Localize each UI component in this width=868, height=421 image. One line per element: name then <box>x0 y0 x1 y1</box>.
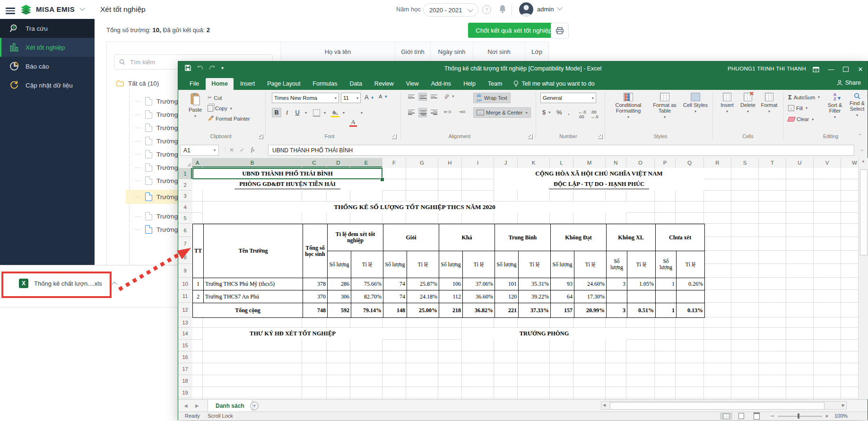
formula-input[interactable]: UBND THÀNH PHỐ THÁI BÌNH <box>268 145 854 156</box>
italic-button[interactable]: I <box>282 108 292 117</box>
orientation-button[interactable]: ab <box>444 94 454 99</box>
ribbon-tab-help[interactable]: Help <box>458 78 481 90</box>
column-header-C[interactable]: C <box>302 158 327 167</box>
underline-button[interactable]: U <box>293 108 302 117</box>
stats-cell[interactable]: 37.06% <box>463 278 495 290</box>
row-header-17[interactable]: 17 <box>178 363 192 375</box>
stats-table[interactable]: TTTên TrườngTổng số học sinhTỉ lệ đem xé… <box>192 224 705 318</box>
stats-cell[interactable]: Trường THCS Phú Mỹ (thcs5) <box>204 278 303 290</box>
stats-header[interactable]: Tổng số học sinh <box>303 224 328 278</box>
hscroll-right-icon[interactable]: ▶ <box>842 403 845 407</box>
stats-cell[interactable]: 17.30% <box>574 290 607 303</box>
stats-cell[interactable]: 20.99% <box>574 303 607 318</box>
row-header-9[interactable]: 9 <box>178 264 192 278</box>
percent-button[interactable]: % <box>556 109 562 116</box>
format-cells-button[interactable]: Format▾ <box>759 93 780 114</box>
scroll-up-icon[interactable]: ▲ <box>859 159 868 163</box>
number-dialog-launcher[interactable] <box>598 134 603 139</box>
stats-cell[interactable]: 79.14% <box>351 303 383 318</box>
stats-cell[interactable] <box>656 290 677 303</box>
sidebar-item-cập-nhật-dữ-liệu[interactable]: Cập nhật dữ liệu <box>0 76 95 95</box>
fill-color-button[interactable] <box>330 108 340 117</box>
stats-cell[interactable]: 148 <box>383 303 407 318</box>
row-header-8[interactable]: 8 <box>178 251 192 264</box>
stats-cell[interactable]: 3 <box>607 303 627 318</box>
column-header-G[interactable]: G <box>406 158 438 167</box>
stats-cell[interactable]: 592 <box>328 303 351 318</box>
column-header-U[interactable]: U <box>786 158 814 167</box>
align-bottom-icon[interactable] <box>431 94 437 99</box>
ribbon-tab-page-layout[interactable]: Page Layout <box>261 78 306 90</box>
cell-header-right-2[interactable]: ĐỘC LẬP - TỰ DO - HẠNH PHÚC <box>494 179 704 191</box>
stats-cell[interactable]: 25.00% <box>407 303 439 318</box>
copy-button[interactable]: Copy <box>208 105 232 112</box>
stats-header[interactable]: Giỏi <box>383 224 439 251</box>
column-header-B[interactable]: B <box>203 158 302 167</box>
row-header-19[interactable]: 19 <box>178 387 192 398</box>
stats-cell[interactable]: 748 <box>303 303 328 318</box>
stats-cell[interactable]: 0.51% <box>627 303 656 318</box>
stats-cell[interactable]: 286 <box>328 278 351 290</box>
stats-header[interactable]: Tỉ lệ <box>574 251 607 278</box>
maximize-button[interactable] <box>839 61 853 77</box>
row-header-18[interactable]: 18 <box>178 375 192 387</box>
stats-header[interactable]: Tỉ lệ <box>407 251 439 278</box>
stats-header[interactable]: Số lượng <box>328 251 351 278</box>
find-select-button[interactable]: Find & Select▾ <box>847 93 868 118</box>
stats-cell[interactable]: 64 <box>551 290 574 303</box>
cancel-entry-icon[interactable]: ✕ <box>229 147 234 153</box>
row-header-12[interactable]: 12 <box>178 303 192 317</box>
bold-button[interactable]: B <box>272 108 281 117</box>
stats-cell[interactable] <box>677 290 705 303</box>
stats-cell[interactable]: 24.60% <box>574 278 607 290</box>
align-left-icon[interactable] <box>408 109 415 115</box>
stats-header[interactable]: Số lượng <box>607 251 627 278</box>
underline-dropdown-icon[interactable]: ▾ <box>301 108 311 117</box>
stats-header[interactable]: Chưa xét <box>656 224 705 251</box>
downloaded-file-chip[interactable]: X Thống kê chất lượn....xls <box>19 279 116 288</box>
stats-cell[interactable]: 378 <box>303 278 328 290</box>
column-header-F[interactable]: F <box>382 158 406 167</box>
sheet-prev-icon[interactable]: ◀ <box>184 403 188 408</box>
borders-button[interactable] <box>312 108 321 117</box>
brand-chevron-icon[interactable] <box>79 5 85 10</box>
column-header-A[interactable]: A <box>192 158 203 167</box>
ribbon-tab-file[interactable]: File <box>184 78 205 90</box>
column-header-Q[interactable]: Q <box>676 158 704 167</box>
wrap-text-button[interactable]: abc↵Wrap Text <box>473 93 511 103</box>
font-size-select[interactable]: 11▾ <box>341 93 361 103</box>
sidebar-item-báo-cáo[interactable]: Báo cáo <box>0 57 95 76</box>
ribbon-tab-formulas[interactable]: Formulas <box>307 78 343 90</box>
fill-handle[interactable] <box>380 177 384 182</box>
row-header-6[interactable]: 6 <box>178 224 192 237</box>
ribbon-tab-home[interactable]: Home <box>206 78 234 90</box>
stats-header[interactable]: Số lượng <box>656 251 677 278</box>
font-color-dropdown-icon[interactable]: ▾ <box>357 108 366 117</box>
clipboard-dialog-launcher[interactable] <box>259 134 263 139</box>
ribbon-tab-review[interactable]: Review <box>369 78 399 90</box>
stats-cell[interactable]: 36.60% <box>463 290 495 303</box>
share-button[interactable]: Share <box>837 79 861 86</box>
sheet-next-icon[interactable]: ▶ <box>195 403 199 408</box>
stats-cell[interactable]: 1 <box>656 278 677 290</box>
new-sheet-icon[interactable]: + <box>250 402 259 410</box>
ribbon-tab-data[interactable]: Data <box>344 78 367 90</box>
ribbon-display-options-icon[interactable] <box>809 61 823 77</box>
stats-cell[interactable]: 93 <box>551 278 574 290</box>
merge-center-button[interactable]: ↔Merge & Center <box>473 107 531 118</box>
chip-chevron-icon[interactable] <box>112 281 117 287</box>
stats-cell[interactable]: 25.87% <box>407 278 439 290</box>
stats-header[interactable]: Tỉ lệ đem xét tốt nghiệp <box>328 224 383 251</box>
stats-cell[interactable]: 82.70% <box>351 290 383 303</box>
stats-cell[interactable]: 1.05% <box>627 278 656 290</box>
column-header-K[interactable]: K <box>518 158 550 167</box>
stats-header[interactable]: Số lượng <box>495 251 519 278</box>
insert-cells-button[interactable]: Insert▾ <box>717 93 737 114</box>
column-header-T[interactable]: T <box>759 158 786 167</box>
stats-cell[interactable]: 1 <box>193 278 204 290</box>
horizontal-scrollbar[interactable]: ◀ ▶ <box>601 401 847 410</box>
sort-filter-button[interactable]: AZ▼ Sort & Filter▾ <box>824 93 846 120</box>
sidebar-item-xét-tốt-nghiệp[interactable]: Xét tốt nghiệp <box>0 38 95 57</box>
zoom-slider-track[interactable] <box>778 416 822 417</box>
sidebar-item-tra-cứu[interactable]: Tra cứu <box>0 19 95 38</box>
